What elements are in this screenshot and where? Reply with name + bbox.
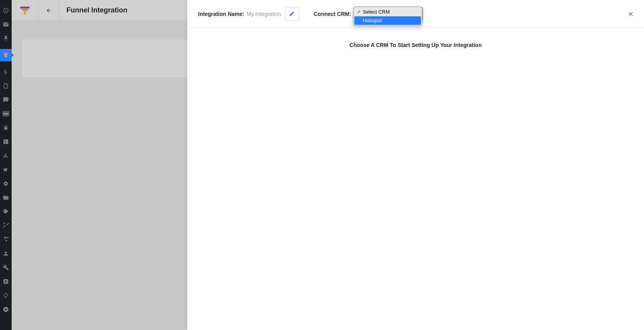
user-icon	[3, 250, 9, 257]
wrench-icon	[3, 264, 9, 271]
integration-modal: Integration Name: My Integration Connect…	[187, 0, 644, 330]
sidebar-item-folder[interactable]	[0, 194, 12, 201]
tag-icon	[3, 208, 9, 215]
sidebar-item-tag[interactable]	[0, 208, 12, 215]
svg-point-4	[5, 183, 7, 184]
voo-text: VOO	[3, 113, 8, 115]
crm-dropdown: ✓ Select CRM Hubspot	[353, 7, 422, 26]
document-icon	[3, 83, 9, 89]
sidebar-item-record[interactable]	[0, 180, 12, 187]
integration-name-value: My Integration	[247, 11, 281, 17]
folder-icon	[3, 195, 9, 201]
sidebar-item-tools[interactable]	[0, 264, 12, 271]
refresh-icon	[3, 292, 9, 299]
sidebar-item-chat[interactable]	[0, 96, 12, 103]
funnel-icon	[3, 52, 9, 58]
modal-body: Choose A CRM To Start Setting Up Your In…	[187, 28, 644, 48]
crm-select-wrapper: ✓ Select CRM Hubspot	[353, 7, 423, 21]
chat-icon	[3, 97, 9, 103]
close-modal-button[interactable]	[626, 9, 635, 19]
sidebar-item-funnel[interactable]	[0, 49, 12, 61]
sidebar-item-flow[interactable]	[0, 68, 12, 75]
sidebar-item-voo[interactable]: VOO	[0, 110, 12, 117]
play-icon	[3, 306, 9, 313]
sparkle-icon	[3, 236, 9, 243]
edit-name-button[interactable]	[285, 7, 299, 21]
sidebar-item-import[interactable]	[0, 278, 12, 285]
svg-rect-2	[5, 56, 7, 57]
flow-icon	[3, 69, 9, 75]
voo-badge-icon: VOO	[2, 111, 9, 116]
integration-name-label: Integration Name:	[198, 11, 244, 17]
sidebar-item-pages[interactable]	[0, 82, 12, 89]
sidebar-item-magic[interactable]	[0, 236, 12, 243]
wand-icon	[3, 222, 9, 229]
dropdown-option-hubspot[interactable]: Hubspot	[354, 16, 421, 25]
svg-rect-0	[3, 52, 8, 54]
archive-icon	[3, 125, 9, 131]
close-icon	[627, 10, 634, 17]
megaphone-icon	[3, 167, 9, 173]
sidebar-item-play[interactable]	[0, 306, 12, 313]
gauge-icon	[3, 7, 9, 14]
dropdown-option-label: Hubspot	[363, 17, 381, 23]
sidebar-item-archive[interactable]	[0, 124, 12, 131]
dollar-icon	[3, 139, 9, 145]
dropdown-option-label: Select CRM	[363, 9, 390, 15]
mail-icon	[3, 21, 9, 28]
import-icon	[3, 278, 9, 285]
sidebar-item-refresh[interactable]	[0, 292, 12, 299]
chart-icon	[3, 153, 9, 159]
sidebar-item-user[interactable]	[0, 250, 12, 257]
sidebar-item-mail[interactable]	[0, 21, 12, 28]
check-icon: ✓	[357, 9, 361, 14]
svg-rect-1	[4, 54, 7, 55]
sidebar-item-dashboard[interactable]	[0, 7, 12, 14]
sidebar-item-billing[interactable]	[0, 138, 12, 145]
left-sidebar: VOO	[0, 0, 12, 330]
body-message: Choose A CRM To Start Setting Up Your In…	[187, 42, 644, 48]
sidebar-item-analytics[interactable]	[0, 152, 12, 159]
record-icon	[3, 181, 9, 187]
connect-crm-label: Connect CRM:	[314, 11, 351, 17]
sidebar-item-pin[interactable]	[0, 35, 12, 42]
sidebar-item-announce[interactable]	[0, 166, 12, 173]
dropdown-option-select-crm[interactable]: ✓ Select CRM	[354, 8, 421, 16]
modal-header: Integration Name: My Integration Connect…	[187, 0, 644, 28]
pin-icon	[3, 35, 9, 42]
pencil-icon	[289, 11, 295, 17]
sidebar-item-fix[interactable]	[0, 222, 12, 229]
